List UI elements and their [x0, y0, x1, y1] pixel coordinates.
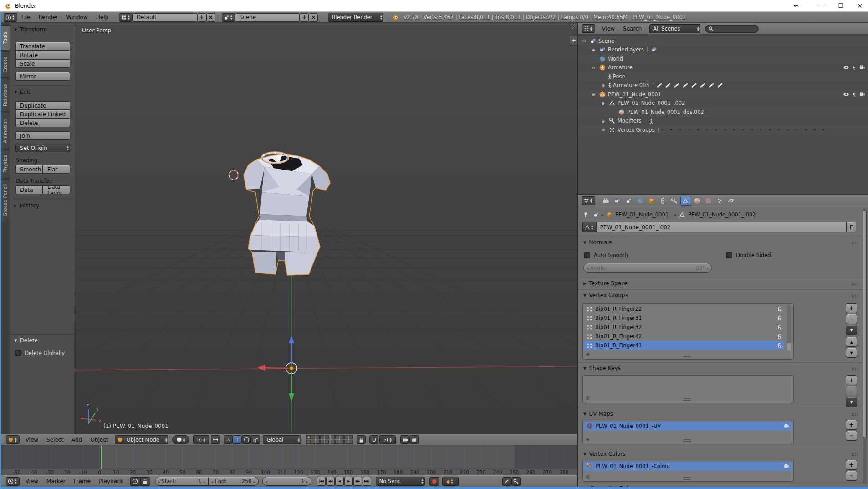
layer-cell[interactable] [306, 435, 311, 439]
layer-cell[interactable] [344, 440, 348, 444]
shade-smooth-button[interactable]: Smooth [15, 165, 43, 174]
frame-start-field[interactable]: Start: 1 [155, 477, 209, 486]
screen-layout-field[interactable]: Default [133, 13, 197, 22]
angle-slider[interactable]: Angle: 30° [583, 263, 712, 273]
add-scene-button[interactable] [300, 13, 309, 22]
menu-help[interactable]: Help [92, 14, 112, 21]
duplicate-button[interactable]: Duplicate [15, 101, 70, 110]
editor-type-button[interactable] [6, 435, 20, 444]
view3d-menu-object[interactable]: Object [86, 437, 112, 443]
outliner-item-label[interactable]: Armature [608, 64, 633, 71]
outliner-row-pew-01-nude-0001-dds-002[interactable]: PEW_01_Nude_0001_dds.002 [578, 108, 868, 117]
opengl-render-anim-button[interactable] [409, 435, 419, 444]
outliner-row-pew-01-nude-0001[interactable]: ⊖PEW_01_Nude_0001 [578, 90, 868, 99]
pen-arrow-icon[interactable]: ↤ [794, 2, 799, 9]
expand-icon[interactable]: ⊕ [600, 118, 607, 124]
auto-smooth-checkbox[interactable] [584, 252, 590, 258]
outliner-item-label[interactable]: Vertex Groups [618, 127, 655, 133]
decrement-arrow-icon[interactable] [158, 478, 162, 484]
menu-window[interactable]: Window [62, 14, 92, 21]
panel-grip[interactable] [64, 340, 71, 343]
expand-icon[interactable]: ⊕ [600, 127, 607, 132]
mirror-button[interactable]: Mirror [15, 72, 70, 81]
outliner-row-modifiers[interactable]: ⊕Modifiers [578, 117, 868, 126]
slider-left-arrow-icon[interactable] [587, 265, 590, 271]
editor-type-button[interactable] [6, 477, 20, 486]
panel-header-normals[interactable]: Normals [583, 239, 612, 246]
panel-grip[interactable] [851, 367, 858, 371]
render-camera-icon[interactable] [783, 463, 790, 469]
datablock-name-field[interactable]: PEW_01_Nude_0001_.002 [596, 222, 846, 232]
mode-dropdown[interactable]: Object Mode [115, 435, 168, 444]
open-properties-region-tab[interactable]: + [570, 36, 577, 45]
panel-grip[interactable] [851, 294, 858, 298]
vertex-group-move-up-button[interactable] [846, 337, 857, 347]
lock-open-icon[interactable] [776, 324, 782, 330]
outliner-row-pew-01-nude-0001-002[interactable]: ⊖PEW_01_Nude_0001_.002 [578, 99, 868, 108]
vertex-color-add-button[interactable] [846, 460, 857, 470]
layer-cell[interactable] [331, 435, 335, 439]
timeline-editor[interactable]: -50-40-30-20-100102030405060708090100110… [0, 445, 577, 475]
rotate-button[interactable]: Rotate [15, 51, 70, 59]
scale-button[interactable]: Scale [15, 59, 70, 68]
play-reverse-button[interactable]: ◀ [335, 477, 344, 486]
outliner-item-label[interactable]: Armature.003 [613, 82, 649, 88]
panel-header-history[interactable]: History [14, 202, 39, 209]
view3d-menu-add[interactable]: Add [67, 437, 86, 443]
render-engine-dropdown[interactable]: Blender Render [328, 13, 383, 22]
preview-range-clock-toggle[interactable] [130, 477, 140, 486]
expand-icon[interactable]: ⊕ [600, 83, 607, 88]
panel-header-texture-space[interactable]: Texture Space [583, 280, 628, 287]
outliner-scope-dropdown[interactable]: All Scenes [649, 24, 700, 33]
selectability-cursor-icon[interactable] [851, 91, 857, 97]
data-transfer-data-button[interactable]: Data [15, 185, 43, 194]
timeline-playhead[interactable] [101, 445, 102, 469]
keying-set-dropdown[interactable]: ◆ [442, 477, 459, 486]
minimize-button[interactable]: — [819, 2, 825, 9]
auto-keyframe-record-button[interactable] [429, 477, 439, 486]
list-resize-handle[interactable] [683, 477, 691, 480]
editor-type-button[interactable] [582, 196, 595, 205]
outliner-search-field[interactable] [705, 25, 759, 33]
increment-arrow-icon[interactable] [252, 478, 255, 484]
vertex-group-row[interactable]: Bip01_R_Finger32 [584, 323, 784, 332]
timeline-menu-playback[interactable]: Playback [95, 478, 128, 484]
vertex-group-add-button[interactable] [846, 303, 857, 313]
outliner-item-label[interactable]: Scene [598, 38, 614, 44]
shape-key-remove-button[interactable] [846, 386, 857, 396]
outliner-item-label[interactable]: Pose [613, 73, 625, 80]
timeline-menu-frame[interactable]: Frame [70, 478, 95, 484]
lock-to-scene-toggle[interactable] [357, 435, 366, 444]
renderability-camera-icon[interactable] [859, 64, 865, 71]
properties-resize-grip[interactable] [579, 480, 584, 485]
outliner-row-scene[interactable]: ⊖Scene [578, 36, 868, 46]
lock-open-icon[interactable] [776, 306, 782, 312]
outliner-item-label[interactable]: PEW_01_Nude_0001_dds.002 [627, 109, 704, 115]
layer-cell[interactable] [325, 440, 329, 444]
editor-type-button[interactable] [4, 13, 17, 22]
jump-to-next-keyframe-button[interactable]: ▶▶ [353, 477, 362, 486]
expand-icon[interactable]: ⊕ [590, 47, 597, 52]
layer-cell[interactable] [311, 435, 315, 439]
visibility-eye-icon[interactable] [843, 64, 849, 71]
shape-key-add-button[interactable] [846, 375, 857, 385]
panel-header-shape-keys[interactable]: Shape Keys [583, 365, 621, 371]
menu-render[interactable]: Render [35, 14, 62, 21]
join-button[interactable]: Join [15, 131, 70, 140]
tab-render[interactable] [601, 196, 612, 206]
delete-layout-button[interactable] [206, 13, 215, 22]
tab-physics[interactable] [726, 196, 737, 206]
manipulate-center-points-toggle[interactable] [211, 435, 220, 444]
vertex-color-remove-button[interactable] [846, 471, 857, 481]
insert-keyframe-button[interactable] [502, 477, 511, 486]
outliner-row-pose[interactable]: Pose [578, 72, 868, 81]
tab-world[interactable] [635, 196, 646, 206]
panel-header-uv-maps[interactable]: UV Maps [583, 411, 613, 417]
scene-icon-button[interactable] [222, 13, 235, 22]
vertex-group-specials-button[interactable] [846, 325, 857, 335]
tab-material[interactable] [692, 196, 703, 206]
header-resize-grip[interactable] [1, 436, 5, 444]
delete-button[interactable]: Delete [15, 118, 70, 127]
vertex-group-move-down-button[interactable] [846, 348, 857, 358]
outliner-item-label[interactable]: Modifiers [618, 118, 642, 124]
